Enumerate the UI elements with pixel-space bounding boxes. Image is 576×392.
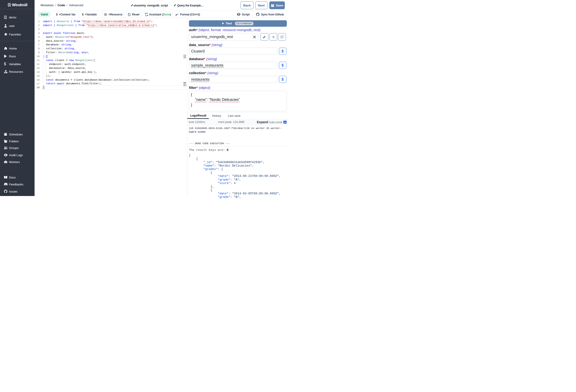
svg-text:$: $ [4, 62, 6, 66]
